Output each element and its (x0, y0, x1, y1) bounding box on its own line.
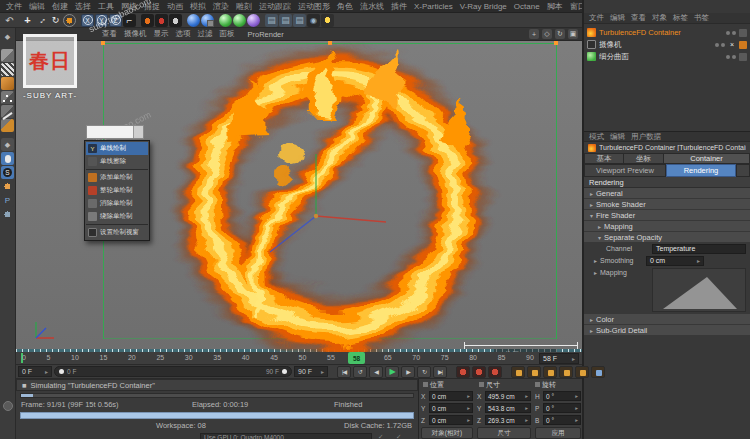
transform-icon[interactable] (1, 30, 14, 43)
visibility-dots[interactable] (726, 31, 736, 35)
om-menu-file[interactable]: 文件 (589, 13, 604, 23)
section-mapping[interactable]: Mapping (584, 221, 750, 231)
section-general[interactable]: General (584, 188, 750, 198)
sky-icon[interactable] (247, 14, 260, 27)
apply-button[interactable]: 应用 (535, 427, 581, 439)
popup-item-5[interactable]: 绕除单绘制 (86, 210, 148, 223)
xparticles-icon[interactable] (155, 14, 168, 27)
gpu-device-dropdown[interactable]: Use GPU 0: Quadro M4000 (200, 433, 372, 439)
popup-item-1[interactable]: 单线擦除 (86, 155, 148, 168)
keyframe-selection-button[interactable] (488, 366, 502, 378)
tab-basic[interactable]: 基本 (584, 153, 624, 164)
phong-tag-icon[interactable] (739, 53, 747, 61)
menu-file[interactable]: 文件 (6, 1, 22, 12)
popup-item-4[interactable]: 消除单绘制 (86, 197, 148, 210)
rotate-tool-icon[interactable] (49, 14, 62, 27)
section-separate-opacity[interactable]: Separate Opacity (584, 232, 750, 242)
vp-menu-prorender[interactable]: ProRender (248, 30, 284, 39)
move-tool-icon[interactable] (21, 14, 34, 27)
popup-item-2[interactable]: 添加单绘制 (86, 171, 148, 184)
menu-character[interactable]: 角色 (337, 1, 353, 12)
popup-search-field[interactable] (86, 125, 144, 139)
polygons-mode-icon[interactable] (1, 119, 14, 132)
workplane-lock-icon[interactable] (1, 180, 14, 193)
edges-mode-icon[interactable] (1, 105, 14, 118)
menu-vray[interactable]: V-Ray Bridge (460, 2, 507, 11)
snap-icon[interactable] (1, 166, 14, 179)
vp-menu-filter[interactable]: 过滤 (198, 29, 213, 39)
position-x-field[interactable]: 0 cm▸ (429, 391, 473, 401)
timeline-ruler[interactable]: 051015202530354045505560657075808590 58 … (16, 352, 582, 365)
om-menu-edit[interactable]: 编辑 (610, 13, 625, 23)
rotation-p-field[interactable]: 0 °▸ (543, 403, 581, 413)
range-handle-right[interactable] (282, 369, 287, 374)
rotation-h-field[interactable]: 0 °▸ (543, 391, 581, 401)
om-menu-tags[interactable]: 标签 (673, 13, 688, 23)
menu-select[interactable]: 选择 (75, 1, 91, 12)
autokeying-button[interactable] (472, 366, 486, 378)
record-keyframe-button[interactable] (456, 366, 470, 378)
menu-render[interactable]: 渲染 (213, 1, 229, 12)
visibility-dots[interactable] (715, 43, 725, 47)
menu-create[interactable]: 创建 (52, 1, 68, 12)
object-row-subdivision[interactable]: 细分曲面 (584, 51, 750, 62)
menu-pipeline[interactable]: 流水线 (360, 1, 384, 12)
section-color[interactable]: Color (584, 314, 750, 324)
viewport[interactable]: 查看 摄像机 显示 选项 过滤 面板 ProRender + ◇ ↻ ▣ 网格间… (16, 28, 582, 352)
section-sub-grid-detail[interactable]: Sub-Grid Detail (584, 325, 750, 335)
size-z-field[interactable]: 269.3 cm▸ (485, 415, 531, 425)
om-menu-bookmarks[interactable]: 书签 (694, 13, 709, 23)
om-menu-objects[interactable]: 对象 (652, 13, 667, 23)
range-handle-left[interactable] (59, 369, 64, 374)
visibility-dots[interactable] (726, 55, 736, 59)
pan-view-icon[interactable]: + (529, 29, 539, 39)
status-corner-icon[interactable] (3, 401, 13, 411)
option-checkbox[interactable]: ✓ (396, 433, 401, 439)
points-mode-icon[interactable] (1, 91, 14, 104)
magnet-icon[interactable] (1, 208, 14, 221)
popup-search-input[interactable] (87, 126, 133, 138)
range-end-field[interactable]: 90 F▸ (294, 366, 328, 377)
menu-simulate[interactable]: 模拟 (190, 1, 206, 12)
menu-sculpt[interactable]: 雕刻 (236, 1, 252, 12)
vp-menu-panel[interactable]: 面板 (220, 29, 235, 39)
object-row-turbulencefd[interactable]: TurbulenceFD Container (584, 27, 750, 38)
menu-animate[interactable]: 动画 (167, 1, 183, 12)
playhead[interactable]: 58 (348, 352, 365, 364)
scale-tool-icon[interactable] (35, 14, 48, 27)
undo-icon[interactable] (3, 14, 16, 27)
menu-plugins[interactable]: 插件 (391, 1, 407, 12)
key-position-button[interactable] (511, 366, 525, 378)
key-scale-button[interactable] (527, 366, 541, 378)
menu-script[interactable]: 脚本 (547, 1, 563, 12)
material-icon[interactable] (219, 14, 232, 27)
material-add-icon[interactable] (233, 14, 246, 27)
channel-dropdown[interactable]: Temperature (652, 244, 746, 254)
range-start-field[interactable]: 0 F▸ (18, 366, 52, 377)
next-frame-button[interactable]: ▶ (401, 366, 415, 378)
coord-space-dropdown[interactable]: 尺寸 (477, 427, 531, 439)
render-settings-icon[interactable] (201, 14, 214, 27)
section-fire-shader[interactable]: Fire Shader (584, 210, 750, 220)
grid-icon[interactable] (293, 14, 306, 27)
key-parameter-button[interactable] (559, 366, 573, 378)
size-y-field[interactable]: 543.8 cm▸ (485, 403, 531, 413)
key-pla-button[interactable] (575, 366, 589, 378)
object-tag-icon[interactable] (739, 29, 747, 37)
range-slider[interactable]: 0 F 90 F (54, 366, 292, 377)
subtab-viewport-preview[interactable]: Viewport Preview (584, 164, 666, 177)
option-checkbox[interactable]: ✓ (378, 433, 383, 439)
tab-container[interactable]: Container (664, 153, 750, 164)
size-x-field[interactable]: 495.9 cm▸ (485, 391, 531, 401)
workplane-mode-icon[interactable] (1, 77, 14, 90)
vp-menu-view[interactable]: 查看 (102, 29, 117, 39)
texture-mode-icon[interactable] (1, 63, 14, 76)
mapping-curve-preview[interactable] (652, 268, 746, 312)
stop-icon[interactable]: ■ (22, 381, 27, 390)
popup-field-button[interactable] (133, 126, 143, 138)
vp-menu-options[interactable]: 选项 (176, 29, 191, 39)
protection-tag-icon[interactable]: × (728, 41, 736, 49)
menu-octane[interactable]: Octane (514, 2, 540, 11)
key-rotation-button[interactable] (543, 366, 557, 378)
keyframe-preset-button[interactable] (591, 366, 605, 378)
